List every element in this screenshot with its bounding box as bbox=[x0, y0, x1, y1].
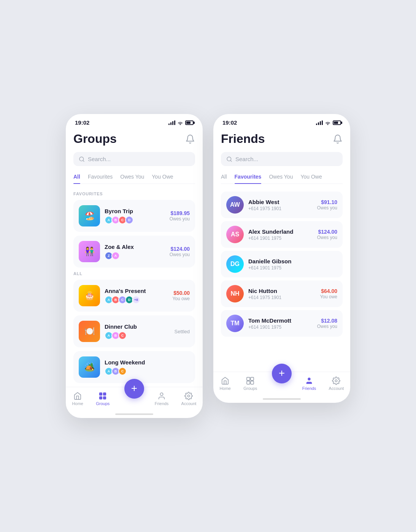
avatar-stack-zoe: Z A bbox=[105, 252, 165, 260]
friend-avatar-danielle: DG bbox=[226, 255, 244, 273]
fab-button-2[interactable]: + bbox=[272, 364, 292, 383]
account-icon-2 bbox=[332, 377, 340, 385]
friend-avatar-nic: NH bbox=[226, 285, 244, 302]
tab-favourites-2[interactable]: Favourites bbox=[235, 174, 262, 184]
search-bar-1[interactable]: Search... bbox=[73, 152, 195, 166]
nav-item-account-2[interactable]: Account bbox=[329, 377, 344, 391]
group-info-dinner: Dinner Club A B C bbox=[105, 323, 170, 340]
account-icon-1 bbox=[184, 392, 193, 400]
tab-all-1[interactable]: All bbox=[73, 174, 80, 184]
nav-label-friends-2: Friends bbox=[302, 386, 316, 391]
svg-line-9 bbox=[230, 160, 232, 162]
search-placeholder-2: Search... bbox=[235, 156, 258, 162]
amount-label-abbie: Owes you bbox=[317, 205, 337, 211]
svg-rect-5 bbox=[103, 396, 106, 399]
group-name-anna: Anna's Present bbox=[105, 288, 168, 294]
home-icon-1 bbox=[73, 392, 82, 400]
friend-phone-tom: +614 1901 1975 bbox=[248, 325, 313, 330]
nav-item-friends-1[interactable]: Friends bbox=[155, 392, 169, 406]
friend-name-abbie: Abbie West bbox=[248, 199, 313, 205]
nav-item-groups-1[interactable]: Groups bbox=[96, 392, 110, 406]
friend-phone-danielle: +614 1901 1975 bbox=[248, 265, 333, 271]
friend-info-nic: Nic Hutton +614 1975 1901 bbox=[248, 288, 315, 300]
friends-header: Friends bbox=[221, 129, 343, 146]
nav-bar-2: + Home Groups bbox=[213, 372, 350, 398]
amount-label-byron: Owes you bbox=[170, 216, 190, 222]
status-icons-2 bbox=[316, 120, 341, 125]
amount-label-alex: Owes you bbox=[317, 235, 337, 240]
groups-icon-2 bbox=[246, 377, 254, 385]
avatar-stack-byron: A B C D bbox=[105, 216, 165, 224]
friends-title: Friends bbox=[221, 132, 265, 146]
nav-item-account-1[interactable]: Account bbox=[181, 392, 197, 406]
group-card-dinner[interactable]: 🍽️ Dinner Club A B C Settled bbox=[73, 315, 195, 347]
group-card-zoe[interactable]: 👫 Zoe & Alex Z A $124.00 Owes you bbox=[73, 236, 195, 268]
amount-value-tom: $12.08 bbox=[317, 318, 337, 324]
group-image-zoe: 👫 bbox=[79, 241, 100, 262]
friend-item-alex[interactable]: AS Alex Sunderland +614 1901 1975 $124.0… bbox=[221, 221, 343, 248]
tab-owes-you-1[interactable]: Owes You bbox=[120, 174, 144, 184]
friend-phone-abbie: +614 1975 1901 bbox=[248, 206, 313, 211]
nav-label-account-1: Account bbox=[181, 401, 197, 406]
signal-icon-2 bbox=[316, 120, 323, 125]
group-card-weekend[interactable]: 🏕️ Long Weekend A B C bbox=[73, 351, 195, 383]
friend-phone-nic: +614 1975 1901 bbox=[248, 295, 315, 300]
groups-tabs: All Favourites Owes You You Owe bbox=[73, 174, 195, 184]
battery-icon-1 bbox=[185, 120, 194, 125]
mini-avatar: C bbox=[118, 331, 127, 340]
tab-owes-you-2[interactable]: Owes You bbox=[269, 174, 293, 184]
search-icon-1 bbox=[79, 156, 85, 162]
friend-info-abbie: Abbie West +614 1975 1901 bbox=[248, 199, 313, 211]
svg-rect-11 bbox=[251, 377, 254, 380]
svg-point-7 bbox=[188, 395, 190, 397]
nav-item-friends-2[interactable]: Friends bbox=[302, 377, 316, 391]
fab-plus-icon-1: + bbox=[131, 383, 137, 394]
groups-title: Groups bbox=[73, 132, 117, 146]
friend-info-alex: Alex Sunderland +614 1901 1975 bbox=[248, 228, 313, 241]
home-icon-2 bbox=[221, 377, 229, 385]
group-info-byron: Byron Trip A B C D bbox=[105, 208, 165, 224]
friend-item-danielle[interactable]: DG Danielle Gibson +614 1901 1975 bbox=[221, 251, 343, 277]
fab-button-1[interactable]: + bbox=[124, 379, 144, 399]
svg-rect-12 bbox=[247, 381, 250, 384]
group-amount-byron: $189.95 Owes you bbox=[170, 210, 190, 222]
friend-item-abbie[interactable]: AW Abbie West +614 1975 1901 $91.10 Owes… bbox=[221, 192, 343, 218]
groups-content: Groups Search... All Favourites Owes You… bbox=[66, 129, 203, 387]
nav-item-home-2[interactable]: Home bbox=[220, 377, 231, 391]
mini-avatar: C bbox=[118, 367, 127, 375]
section-all-label: ALL bbox=[73, 271, 195, 276]
friend-item-tom[interactable]: TM Tom McDermott +614 1901 1975 $12.08 O… bbox=[221, 310, 343, 337]
search-bar-2[interactable]: Search... bbox=[221, 152, 343, 166]
friend-avatar-alex: AS bbox=[226, 226, 244, 243]
group-amount-zoe: $124.00 Owes you bbox=[170, 246, 190, 257]
tab-you-owe-1[interactable]: You Owe bbox=[152, 174, 173, 184]
friend-phone-alex: +614 1901 1975 bbox=[248, 236, 313, 241]
wifi-icon-2 bbox=[325, 120, 331, 125]
nav-label-account-2: Account bbox=[329, 386, 344, 391]
mini-avatar: D bbox=[125, 216, 133, 224]
scroll-indicator-1 bbox=[115, 413, 153, 415]
group-card-byron[interactable]: 🏖️ Byron Trip A B C D $189.95 Owes you bbox=[73, 200, 195, 232]
section-favourites-label: FAVOURITES bbox=[73, 192, 195, 196]
friend-item-nic[interactable]: NH Nic Hutton +614 1975 1901 $64.00 You … bbox=[221, 280, 343, 307]
wifi-icon-1 bbox=[177, 120, 183, 125]
tab-all-2[interactable]: All bbox=[221, 174, 227, 184]
group-card-anna[interactable]: 🎂 Anna's Present A B C D +8 $50.00 You o… bbox=[73, 280, 195, 312]
friends-icon-2 bbox=[305, 377, 313, 385]
nav-item-home-1[interactable]: Home bbox=[72, 392, 83, 406]
group-amount-anna: $50.00 You owe bbox=[172, 290, 190, 301]
bell-icon-2[interactable] bbox=[333, 134, 343, 144]
more-badge-anna: +8 bbox=[132, 296, 140, 304]
tab-you-owe-2[interactable]: You Owe bbox=[300, 174, 322, 184]
nav-item-groups-2[interactable]: Groups bbox=[243, 377, 257, 391]
svg-point-15 bbox=[335, 380, 338, 382]
bell-icon-1[interactable] bbox=[185, 134, 195, 144]
svg-point-14 bbox=[308, 378, 310, 380]
time-1: 19:02 bbox=[75, 119, 89, 126]
group-name-byron: Byron Trip bbox=[105, 208, 165, 214]
tab-favourites-1[interactable]: Favourites bbox=[88, 174, 113, 184]
friend-amount-tom: $12.08 Owes you bbox=[317, 318, 337, 329]
svg-rect-4 bbox=[99, 396, 102, 399]
amount-value-zoe: $124.00 bbox=[170, 246, 190, 252]
svg-rect-2 bbox=[99, 393, 102, 396]
